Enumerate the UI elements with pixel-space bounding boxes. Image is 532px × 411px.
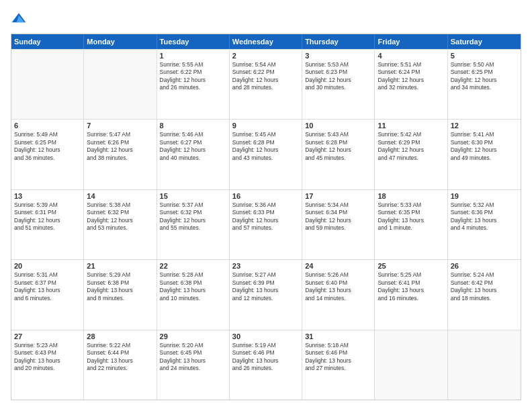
calendar-cell-empty xyxy=(11,50,84,119)
cell-line: Sunset: 6:29 PM xyxy=(378,139,444,146)
day-number: 4 xyxy=(378,52,444,60)
cell-line: Daylight: 13 hours xyxy=(232,287,299,294)
cell-line: Sunset: 6:33 PM xyxy=(232,209,299,216)
calendar-cell-24: 24Sunrise: 5:26 AMSunset: 6:40 PMDayligh… xyxy=(302,260,375,329)
day-number: 25 xyxy=(378,262,444,270)
day-number: 27 xyxy=(14,332,81,340)
day-number: 5 xyxy=(451,52,518,60)
cell-line: and 18 minutes. xyxy=(451,295,518,302)
day-number: 13 xyxy=(14,192,81,200)
cell-line: Sunrise: 5:19 AM xyxy=(232,342,299,349)
calendar-body: 1Sunrise: 5:55 AMSunset: 6:22 PMDaylight… xyxy=(11,49,521,400)
cell-line: Sunset: 6:46 PM xyxy=(232,349,299,357)
calendar-cell-5: 5Sunrise: 5:50 AMSunset: 6:25 PMDaylight… xyxy=(448,50,521,119)
cell-line: Daylight: 13 hours xyxy=(232,357,299,365)
calendar-cell-16: 16Sunrise: 5:36 AMSunset: 6:33 PMDayligh… xyxy=(230,190,302,259)
cell-line: Sunset: 6:42 PM xyxy=(451,279,518,287)
cell-line: Sunset: 6:25 PM xyxy=(14,139,81,146)
day-number: 1 xyxy=(160,52,226,60)
cell-line: and 57 minutes. xyxy=(232,224,299,232)
calendar-row-4: 27Sunrise: 5:23 AMSunset: 6:43 PMDayligh… xyxy=(11,330,521,400)
cell-line: Daylight: 12 hours xyxy=(14,217,81,224)
cell-line: and 59 minutes. xyxy=(305,224,371,232)
cell-line: Daylight: 13 hours xyxy=(305,357,371,365)
cell-line: Daylight: 12 hours xyxy=(160,77,226,84)
cell-line: Sunrise: 5:32 AM xyxy=(451,201,518,209)
cell-line: and 30 minutes. xyxy=(305,84,371,91)
cell-line: Sunset: 6:31 PM xyxy=(14,209,81,216)
day-number: 30 xyxy=(232,332,299,340)
calendar-row-2: 13Sunrise: 5:39 AMSunset: 6:31 PMDayligh… xyxy=(11,189,521,259)
cell-line: Sunset: 6:43 PM xyxy=(14,349,81,357)
calendar-cell-3: 3Sunrise: 5:53 AMSunset: 6:23 PMDaylight… xyxy=(302,50,375,119)
calendar-cell-20: 20Sunrise: 5:31 AMSunset: 6:37 PMDayligh… xyxy=(11,260,84,329)
cell-line: Sunset: 6:26 PM xyxy=(87,139,153,146)
calendar-cell-7: 7Sunrise: 5:47 AMSunset: 6:26 PMDaylight… xyxy=(84,120,157,189)
calendar-cell-14: 14Sunrise: 5:38 AMSunset: 6:32 PMDayligh… xyxy=(84,190,157,259)
day-number: 29 xyxy=(160,332,226,340)
day-number: 11 xyxy=(378,122,444,130)
day-number: 18 xyxy=(378,192,444,200)
cell-line: Daylight: 12 hours xyxy=(451,146,518,154)
cell-line: and 38 minutes. xyxy=(87,154,153,162)
cell-line: Sunset: 6:28 PM xyxy=(232,139,299,146)
cell-line: and 12 minutes. xyxy=(232,295,299,302)
calendar-cell-26: 26Sunrise: 5:24 AMSunset: 6:42 PMDayligh… xyxy=(448,260,521,329)
cell-line: Sunset: 6:32 PM xyxy=(160,209,226,216)
cell-line: Daylight: 13 hours xyxy=(451,217,518,224)
cell-line: and 49 minutes. xyxy=(451,154,518,162)
calendar-cell-31: 31Sunrise: 5:18 AMSunset: 6:46 PMDayligh… xyxy=(302,330,375,400)
logo xyxy=(11,11,30,27)
day-number: 28 xyxy=(87,332,153,340)
cell-line: Sunrise: 5:50 AM xyxy=(451,61,518,68)
weekday-header-saturday: Saturday xyxy=(448,34,521,49)
calendar-cell-empty xyxy=(448,330,521,400)
day-number: 3 xyxy=(305,52,371,60)
calendar-cell-28: 28Sunrise: 5:22 AMSunset: 6:44 PMDayligh… xyxy=(84,330,157,400)
header xyxy=(11,11,521,27)
cell-line: Sunrise: 5:37 AM xyxy=(160,201,226,209)
cell-line: Sunset: 6:22 PM xyxy=(232,68,299,76)
cell-line: Sunrise: 5:36 AM xyxy=(232,201,299,209)
cell-line: Sunset: 6:34 PM xyxy=(305,209,371,216)
cell-line: Daylight: 13 hours xyxy=(14,357,81,365)
calendar-cell-8: 8Sunrise: 5:46 AMSunset: 6:27 PMDaylight… xyxy=(157,120,230,189)
calendar-cell-25: 25Sunrise: 5:25 AMSunset: 6:41 PMDayligh… xyxy=(375,260,447,329)
day-number: 22 xyxy=(160,262,226,270)
cell-line: Daylight: 13 hours xyxy=(160,357,226,365)
calendar: SundayMondayTuesdayWednesdayThursdayFrid… xyxy=(11,34,521,400)
weekday-header-wednesday: Wednesday xyxy=(230,34,302,49)
day-number: 10 xyxy=(305,122,371,130)
calendar-cell-13: 13Sunrise: 5:39 AMSunset: 6:31 PMDayligh… xyxy=(11,190,84,259)
calendar-cell-empty xyxy=(84,50,157,119)
cell-line: Daylight: 12 hours xyxy=(87,146,153,154)
weekday-header-friday: Friday xyxy=(375,34,447,49)
cell-line: Sunrise: 5:54 AM xyxy=(232,61,299,68)
cell-line: and 51 minutes. xyxy=(14,224,81,232)
cell-line: Daylight: 13 hours xyxy=(378,217,444,224)
day-number: 14 xyxy=(87,192,153,200)
cell-line: Sunrise: 5:34 AM xyxy=(305,201,371,209)
calendar-cell-6: 6Sunrise: 5:49 AMSunset: 6:25 PMDaylight… xyxy=(11,120,84,189)
cell-line: Sunset: 6:46 PM xyxy=(305,349,371,357)
page: SundayMondayTuesdayWednesdayThursdayFrid… xyxy=(0,0,532,411)
day-number: 23 xyxy=(232,262,299,270)
cell-line: Sunrise: 5:24 AM xyxy=(451,271,518,279)
cell-line: Sunset: 6:38 PM xyxy=(160,279,226,287)
cell-line: Sunset: 6:25 PM xyxy=(451,68,518,76)
weekday-header-monday: Monday xyxy=(84,34,157,49)
cell-line: Daylight: 12 hours xyxy=(305,146,371,154)
cell-line: and 55 minutes. xyxy=(160,224,226,232)
cell-line: Sunrise: 5:45 AM xyxy=(232,131,299,138)
cell-line: Daylight: 13 hours xyxy=(451,287,518,294)
day-number: 12 xyxy=(451,122,518,130)
cell-line: Daylight: 12 hours xyxy=(232,77,299,84)
calendar-row-0: 1Sunrise: 5:55 AMSunset: 6:22 PMDaylight… xyxy=(11,49,521,119)
cell-line: Daylight: 13 hours xyxy=(87,357,153,365)
cell-line: Sunrise: 5:41 AM xyxy=(451,131,518,138)
cell-line: and 26 minutes. xyxy=(232,365,299,372)
day-number: 21 xyxy=(87,262,153,270)
cell-line: Sunset: 6:32 PM xyxy=(87,209,153,216)
calendar-row-1: 6Sunrise: 5:49 AMSunset: 6:25 PMDaylight… xyxy=(11,119,521,189)
cell-line: Daylight: 13 hours xyxy=(14,287,81,294)
